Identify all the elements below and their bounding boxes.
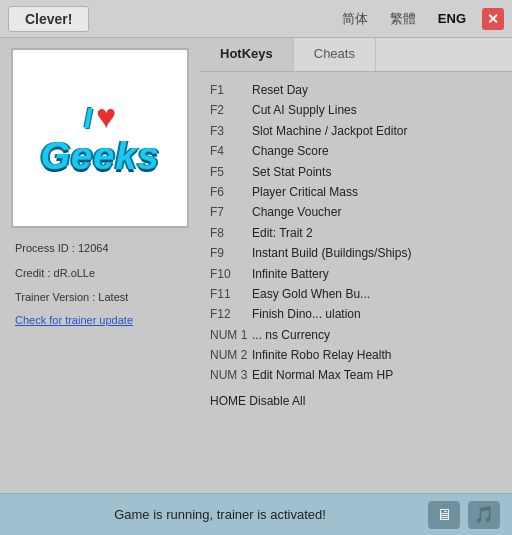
cheat-desc: Infinite Robo Relay Health <box>252 345 391 365</box>
cheat-key: F9 <box>210 243 252 263</box>
cheat-key: F12 <box>210 304 252 324</box>
bottom-bar: Game is running, trainer is activated! 🖥… <box>0 493 512 535</box>
bottom-icons: 🖥 🎵 <box>428 501 500 529</box>
logo-geeks: Geeks <box>40 136 159 178</box>
tab-cheats[interactable]: Cheats <box>294 38 376 71</box>
lang-english[interactable]: ENG <box>432 9 472 28</box>
status-text: Game is running, trainer is activated! <box>12 507 428 522</box>
cheat-desc: Instant Build (Buildings/Ships) <box>252 243 411 263</box>
music-icon-button[interactable]: 🎵 <box>468 501 500 529</box>
top-bar: Clever! 简体 繁體 ENG ✕ <box>0 0 512 38</box>
cheat-key: NUM 3 <box>210 365 252 385</box>
cheat-key: F7 <box>210 202 252 222</box>
monitor-icon-button[interactable]: 🖥 <box>428 501 460 529</box>
cheat-item: F1Reset Day <box>210 80 502 100</box>
left-panel: I ♥ Geeks Process ID : 12064 Credit : dR… <box>0 38 200 493</box>
cheat-key: F4 <box>210 141 252 161</box>
cheat-key: F11 <box>210 284 252 304</box>
cheat-key: NUM 1 <box>210 325 252 345</box>
cheat-desc: Finish Dino... ulation <box>252 304 361 324</box>
right-panel: HotKeys Cheats F1Reset DayF2Cut AI Suppl… <box>200 38 512 493</box>
cheat-desc: Set Stat Points <box>252 162 331 182</box>
cheat-item: F11Easy Gold When Bu... <box>210 284 502 304</box>
main-content: I ♥ Geeks Process ID : 12064 Credit : dR… <box>0 38 512 493</box>
cheat-desc: Reset Day <box>252 80 308 100</box>
lang-simplified[interactable]: 简体 <box>336 8 374 30</box>
cheat-desc: Infinite Battery <box>252 264 329 284</box>
cheat-item: F3Slot Machine / Jackpot Editor <box>210 121 502 141</box>
cheat-item: F12Finish Dino... ulation <box>210 304 502 324</box>
cheat-desc: Edit Normal Max Team HP <box>252 365 393 385</box>
cheat-desc: Change Voucher <box>252 202 341 222</box>
cheat-desc: Player Critical Mass <box>252 182 358 202</box>
close-button[interactable]: ✕ <box>482 8 504 30</box>
cheat-item: NUM 3Edit Normal Max Team HP <box>210 365 502 385</box>
cheat-item: NUM 1... ns Currency <box>210 325 502 345</box>
tab-hotkeys[interactable]: HotKeys <box>200 38 294 71</box>
cheat-key: F5 <box>210 162 252 182</box>
cheat-item: F5Set Stat Points <box>210 162 502 182</box>
cheat-key: F6 <box>210 182 252 202</box>
app-title: Clever! <box>8 6 89 32</box>
cheat-desc: Easy Gold When Bu... <box>252 284 370 304</box>
cheat-key: F8 <box>210 223 252 243</box>
cheat-item: F4Change Score <box>210 141 502 161</box>
cheat-key: F2 <box>210 100 252 120</box>
cheat-item: F10Infinite Battery <box>210 264 502 284</box>
tabs: HotKeys Cheats <box>200 38 512 72</box>
logo-box: I ♥ Geeks <box>11 48 189 228</box>
cheat-desc: Slot Machine / Jackpot Editor <box>252 121 407 141</box>
logo-i: I <box>84 101 92 134</box>
cheat-item: F6Player Critical Mass <box>210 182 502 202</box>
process-id: Process ID : 12064 <box>15 240 185 257</box>
lang-traditional[interactable]: 繁體 <box>384 8 422 30</box>
cheat-desc: ... ns Currency <box>252 325 330 345</box>
language-selector: 简体 繁體 ENG ✕ <box>336 8 504 30</box>
cheat-desc: Cut AI Supply Lines <box>252 100 357 120</box>
cheat-item: F8Edit: Trait 2 <box>210 223 502 243</box>
cheat-key: F10 <box>210 264 252 284</box>
music-icon: 🎵 <box>474 505 494 524</box>
credit: Credit : dR.oLLe <box>15 265 185 282</box>
cheat-item: F7Change Voucher <box>210 202 502 222</box>
monitor-icon: 🖥 <box>436 506 452 524</box>
trainer-version: Trainer Version : Latest <box>15 289 185 306</box>
logo-heart: ♥ <box>96 98 116 135</box>
cheat-desc: Edit: Trait 2 <box>252 223 313 243</box>
cheat-desc: Change Score <box>252 141 329 161</box>
cheat-item: F2Cut AI Supply Lines <box>210 100 502 120</box>
cheat-item: F9Instant Build (Buildings/Ships) <box>210 243 502 263</box>
cheat-key: F3 <box>210 121 252 141</box>
update-link[interactable]: Check for trainer update <box>15 314 133 326</box>
cheat-list: F1Reset DayF2Cut AI Supply LinesF3Slot M… <box>200 72 512 493</box>
cheat-key: NUM 2 <box>210 345 252 365</box>
home-action[interactable]: HOME Disable All <box>210 394 502 408</box>
logo: I ♥ Geeks <box>40 98 159 177</box>
left-info: Process ID : 12064 Credit : dR.oLLe Trai… <box>10 240 190 326</box>
cheat-key: F1 <box>210 80 252 100</box>
cheat-item: NUM 2Infinite Robo Relay Health <box>210 345 502 365</box>
